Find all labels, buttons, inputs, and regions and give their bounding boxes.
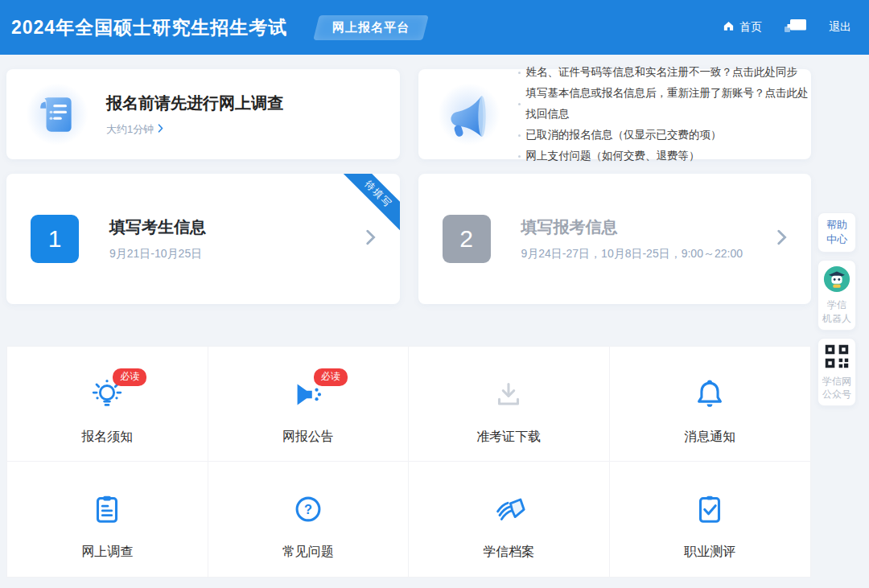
step2-number-badge: 2 [443, 215, 491, 263]
grid-label: 职业测评 [684, 544, 735, 561]
info-cards-row: 报名前请先进行网上调查 大约1分钟 [6, 69, 811, 159]
logout-link[interactable]: 退出 [829, 20, 851, 35]
header-nav: 首页 退出 [723, 19, 851, 35]
grid-label: 网报公告 [282, 429, 334, 446]
grid-cell-faq[interactable]: ? 常见问题 [208, 462, 410, 577]
help-center-line1: 帮助 [820, 218, 854, 232]
question-circle-icon: ? [290, 516, 327, 530]
grid-label: 常见问题 [282, 544, 334, 561]
grid-cell-career-assessment[interactable]: 职业测评 [610, 462, 811, 577]
floating-rail: 帮助 中心 学信 机器人 [813, 212, 861, 406]
bell-icon [691, 401, 728, 415]
notice-item-cancelled[interactable]: 已取消的报名信息（仅显示已交费的项） [518, 125, 812, 146]
chevron-right-icon [158, 123, 163, 135]
clipboard-icon [89, 516, 126, 530]
notice-card: 姓名、证件号码等信息和实名注册不一致？点击此处同步 填写基本信息或报名信息后，重… [418, 69, 812, 159]
windows-icon [785, 19, 806, 35]
function-grid: 必读 报名须知 必读 网报公告 [6, 346, 811, 578]
logout-label: 退出 [829, 20, 851, 35]
grid-label: 学信档案 [483, 544, 534, 561]
notice-item-sync[interactable]: 姓名、证件号码等信息和实名注册不一致？点击此处同步 [518, 62, 812, 83]
qr-code-icon [824, 358, 850, 372]
page-title: 2024年全国硕士研究生招生考试 [11, 15, 287, 40]
step1-title: 填写考生信息 [109, 216, 206, 238]
step1-number-badge: 1 [31, 215, 79, 263]
survey-duration-label: 大约1分钟 [106, 122, 154, 137]
home-label: 首页 [739, 20, 762, 35]
archive-pages-icon [490, 516, 527, 530]
robot-avatar-icon [823, 282, 850, 295]
grid-label: 准考证下载 [476, 429, 541, 446]
xuexin-robot-button[interactable]: 学信 机器人 [818, 260, 856, 330]
step2-date: 9月24日-27日，10月8日-25日，9:00～22:00 [521, 247, 743, 261]
lightbulb-icon [89, 401, 126, 415]
notice-list: 姓名、证件号码等信息和实名注册不一致？点击此处同步 填写基本信息或报名信息后，重… [518, 62, 812, 167]
announcement-speaker-icon [290, 401, 327, 415]
survey-doc-icon [26, 83, 89, 146]
notice-item-payment[interactable]: 网上支付问题（如何交费、退费等） [518, 146, 812, 167]
notice-item-recover[interactable]: 填写基本信息或报名信息后，重新注册了新账号？点击此处找回信息 [518, 83, 812, 125]
help-center-button[interactable]: 帮助 中心 [818, 212, 856, 253]
home-link[interactable]: 首页 [723, 20, 762, 35]
chevron-right-icon [777, 229, 787, 249]
grid-cell-xuexin-archive[interactable]: 学信档案 [409, 462, 610, 577]
grid-cell-admission-ticket-download[interactable]: 准考证下载 [409, 347, 610, 462]
step1-status-ribbon: 待填写 [336, 174, 399, 236]
step1-date: 9月21日-10月25日 [109, 247, 206, 261]
platform-badge-label: 网上报名平台 [332, 20, 410, 35]
robot-label-line1: 学信 [820, 298, 854, 311]
steps-row: 待填写 1 填写考生信息 9月21日-10月25日 2 填写报考信息 9月24日… [6, 174, 811, 304]
grid-cell-signup-notice[interactable]: 必读 报名须知 [7, 347, 208, 462]
download-icon [490, 401, 527, 415]
megaphone-icon [438, 83, 500, 146]
home-icon [723, 20, 735, 35]
windows-icon-button[interactable] [785, 19, 806, 35]
top-header: 2024年全国硕士研究生招生考试 网上报名平台 首页 退出 [0, 0, 869, 55]
must-read-badge: 必读 [113, 368, 146, 386]
platform-badge: 网上报名平台 [313, 15, 429, 40]
clipboard-check-icon [691, 516, 728, 530]
must-read-badge: 必读 [314, 368, 348, 386]
survey-card[interactable]: 报名前请先进行网上调查 大约1分钟 [6, 69, 400, 159]
main-content: 报名前请先进行网上调查 大约1分钟 [6, 69, 811, 578]
qr-label-line2: 公众号 [820, 388, 854, 401]
grid-label: 网上调查 [81, 544, 133, 561]
svg-text:?: ? [304, 502, 312, 516]
grid-label: 报名须知 [81, 429, 133, 446]
grid-cell-message-notification[interactable]: 消息通知 [610, 347, 811, 462]
robot-label-line2: 机器人 [820, 312, 854, 325]
qr-code-button[interactable]: 学信网 公众号 [818, 338, 856, 406]
grid-cell-online-announcement[interactable]: 必读 网报公告 [208, 347, 410, 462]
grid-label: 消息通知 [684, 429, 735, 446]
help-center-line2: 中心 [820, 232, 854, 247]
survey-duration-link[interactable]: 大约1分钟 [106, 122, 283, 137]
step1-card-candidate-info[interactable]: 待填写 1 填写考生信息 9月21日-10月25日 [6, 174, 400, 304]
grid-cell-online-survey[interactable]: 网上调查 [7, 462, 208, 577]
step2-card-application-info[interactable]: 2 填写报考信息 9月24日-27日，10月8日-25日，9:00～22:00 [418, 174, 812, 304]
qr-label-line1: 学信网 [820, 375, 854, 388]
survey-card-title: 报名前请先进行网上调查 [106, 93, 283, 114]
chevron-right-icon [366, 229, 376, 249]
step2-title: 填写报考信息 [521, 216, 743, 238]
